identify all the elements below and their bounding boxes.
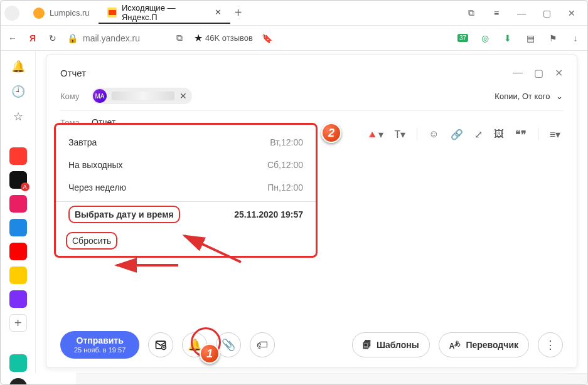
favorites-star-icon[interactable]: ☆ [11, 110, 25, 124]
translator-icon: Aあ [449, 339, 461, 351]
schedule-option-next-week[interactable]: Через неделю Пн,12:00 [66, 176, 306, 199]
reader-icon[interactable]: ▤ [525, 33, 536, 44]
popup-separator [56, 201, 316, 202]
templates-icon: 🗐 [363, 340, 372, 350]
recipient-chip[interactable]: MA ✕ [92, 88, 192, 104]
annotation-arrow [109, 256, 184, 277]
close-icon[interactable]: ✕ [215, 8, 222, 17]
shortcut-yandex-mail[interactable] [9, 266, 27, 284]
tab-lumpics[interactable]: Lumpics.ru [24, 3, 99, 24]
text-size-icon[interactable]: T▾ [395, 129, 406, 140]
shortcut-youtube[interactable] [9, 243, 27, 260]
reviews-text: 46K отзывов [205, 33, 253, 43]
download-arrow-icon[interactable]: ⬇ [502, 33, 513, 44]
schedule-select-datetime[interactable]: Выбрать дату и время 25.11.2020 19:57 [66, 204, 306, 224]
window-close-icon[interactable]: ✕ [566, 8, 577, 19]
select-datetime-label: Выбрать дату и время [68, 206, 180, 223]
url-text: mail.yandex.ru [83, 33, 140, 43]
downloads-icon[interactable]: ↓ [570, 33, 581, 44]
align-icon[interactable]: ≡▾ [550, 129, 560, 140]
reload-icon[interactable]: ↻ [47, 33, 58, 44]
shortcut-generic[interactable] [9, 290, 27, 308]
recipient-name-redacted [112, 92, 174, 100]
favicon-yandex [107, 8, 117, 18]
tab-label: Lumpics.ru [50, 8, 90, 18]
menu-icon[interactable]: ≡ [491, 8, 502, 19]
schedule-option-tomorrow[interactable]: Завтра Вт,12:00 [66, 131, 306, 154]
copy-tabs-icon[interactable]: ⧉ [466, 8, 477, 19]
select-datetime-value: 25.11.2020 19:57 [234, 209, 303, 219]
lock-icon: 🔒 [67, 33, 78, 43]
compose-minimize-icon[interactable]: — [513, 67, 523, 79]
favicon-lumpics [33, 8, 45, 19]
templates-button[interactable]: 🗐 Шаблоны [352, 332, 430, 357]
addons-icon[interactable]: ⚑ [547, 33, 559, 44]
reviews-badge[interactable]: ★ 46K отзывов [194, 32, 253, 44]
shortcut-vk[interactable] [9, 219, 27, 236]
copies-from-toggle[interactable]: Копии, От кого ⌄ [494, 92, 563, 101]
send-button[interactable]: Отправить 25 нояб. в 19:57 [60, 331, 139, 359]
shortcut-teal[interactable] [9, 354, 27, 372]
translator-button[interactable]: Aあ Переводчик [439, 332, 529, 357]
format-toolbar: 🔺▾ T▾ ☺ 🔗 ⤢ 🖼 ❝❞ ≡▾ [366, 128, 560, 140]
attach-button[interactable]: 📎 [216, 332, 241, 357]
shortcut-yandex-search[interactable] [9, 147, 27, 165]
browser-urlbar: ← Я ↻ 🔒 mail.yandex.ru ⧉ ★ 46K отзывов 🔖… [1, 26, 587, 51]
extension-badge-green[interactable]: 37 [457, 34, 468, 42]
page-footer-strip [76, 373, 587, 384]
bookmark-icon[interactable]: 🔖 [262, 33, 273, 44]
tab-yandex-mail[interactable]: Исходящие — Яндекс.П ✕ [99, 3, 230, 24]
address-box[interactable]: 🔒 mail.yandex.ru [67, 33, 140, 43]
window-minimize-icon[interactable]: — [516, 8, 527, 19]
schedule-send-button[interactable] [148, 332, 173, 357]
schedule-popup: Завтра Вт,12:00 На выходных Сб,12:00 Чер… [54, 123, 318, 258]
profile-avatar[interactable] [4, 6, 19, 21]
link-icon[interactable]: 🔗 [451, 129, 463, 140]
schedule-option-weekend[interactable]: На выходных Сб,12:00 [66, 154, 306, 176]
add-shortcut-button[interactable]: + [9, 314, 27, 332]
compose-bottombar: Отправить 25 нояб. в 19:57 🔔 📎 🏷 🗐 Шабло… [60, 331, 563, 359]
compose-window: Отчет — ▢ ✕ Кому MA ✕ Копии, От кого ⌄ [46, 55, 577, 368]
toolbar-separator [417, 128, 417, 140]
send-schedule-text: 25 нояб. в 19:57 [74, 346, 126, 354]
bell-icon[interactable]: 🔔 [11, 60, 25, 73]
remove-recipient-icon[interactable]: ✕ [179, 91, 187, 101]
annotation-marker-2: 2 [321, 123, 341, 143]
compose-maximize-icon[interactable]: ▢ [534, 67, 543, 79]
recipient-avatar: MA [93, 89, 107, 103]
shortcut-alice[interactable] [9, 378, 27, 385]
history-icon[interactable]: 🕘 [11, 85, 25, 98]
schedule-reset-button[interactable]: Сбросить [66, 232, 117, 250]
unlink-icon[interactable]: ⤢ [474, 129, 483, 140]
more-button[interactable]: ⋮ [538, 332, 563, 357]
compose-title: Отчет [60, 68, 86, 78]
chevron-down-icon: ⌄ [556, 92, 563, 101]
yandex-home-icon[interactable]: Я [27, 33, 38, 44]
shortcut-ivi[interactable] [9, 195, 27, 213]
annotation-marker-1: 1 [200, 344, 220, 364]
compose-close-icon[interactable]: ✕ [555, 67, 563, 79]
send-label: Отправить [77, 336, 124, 345]
text-color-icon[interactable]: 🔺▾ [366, 129, 383, 140]
quote-icon[interactable]: ❝❞ [515, 129, 527, 140]
window-maximize-icon[interactable]: ▢ [541, 8, 552, 19]
tab-label: Исходящие — Яндекс.П [122, 3, 210, 22]
nav-back-icon[interactable]: ← [7, 33, 18, 44]
recipients-row: Кому MA ✕ Копии, От кого ⌄ [60, 82, 563, 111]
popout-icon[interactable]: ⧉ [174, 33, 185, 44]
label-button[interactable]: 🏷 [250, 332, 275, 357]
image-icon[interactable]: 🖼 [494, 129, 504, 140]
browser-sidebar: 🔔 🕘 ☆ A + [1, 51, 36, 373]
toolbar-separator [538, 128, 538, 140]
emoji-icon[interactable]: ☺ [429, 129, 439, 140]
browser-tabbar: Lumpics.ru Исходящие — Яндекс.П ✕ + ⧉ ≡ … [1, 1, 587, 26]
to-label: Кому [60, 92, 92, 101]
extension-shield-icon[interactable]: ◎ [479, 33, 491, 44]
new-tab-button[interactable]: + [230, 5, 247, 21]
star-icon: ★ [194, 32, 203, 44]
shortcut-translate[interactable]: A [9, 171, 27, 189]
